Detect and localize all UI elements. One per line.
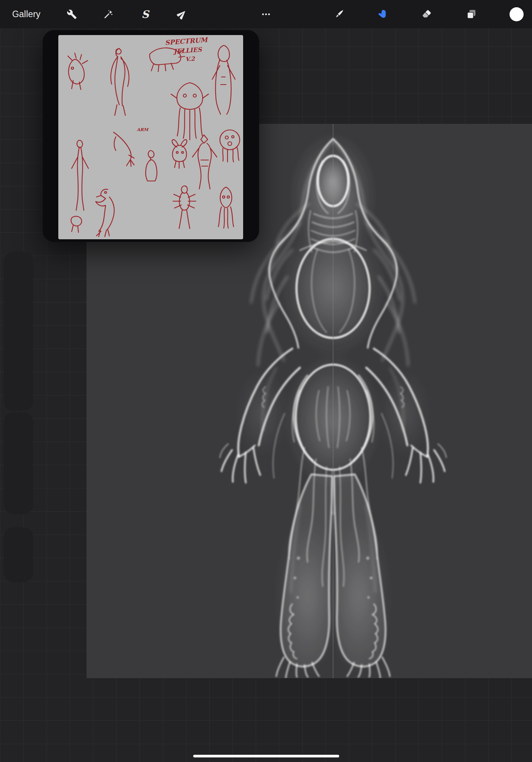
sketch-figure xyxy=(173,186,196,229)
reference-title-line1: SPECTRUM xyxy=(165,36,209,46)
sketch-figure xyxy=(96,189,114,237)
wrench-icon xyxy=(67,9,77,19)
reference-title-line2: JELLIES xyxy=(173,46,202,55)
opacity-slider[interactable] xyxy=(4,412,33,514)
selection-button[interactable]: S xyxy=(136,5,154,23)
sketch-figure xyxy=(212,45,235,114)
eraser-tool-button[interactable] xyxy=(418,5,436,23)
selection-s-icon: S xyxy=(141,9,149,19)
transform-arrow-icon xyxy=(177,9,187,19)
canvas-options-button[interactable] xyxy=(257,5,275,23)
more-dots-icon xyxy=(260,9,272,19)
sketch-figure xyxy=(111,48,129,115)
sketch-figure xyxy=(68,53,88,90)
smudge-icon xyxy=(377,9,388,20)
actions-button[interactable] xyxy=(62,5,81,23)
sketch-figure xyxy=(114,132,134,166)
layers-icon xyxy=(466,9,477,19)
arm-annotation: ARM xyxy=(136,127,149,132)
sketch-figure xyxy=(172,140,187,168)
sketch-figure xyxy=(220,130,240,162)
layers-button[interactable] xyxy=(462,5,481,23)
transform-button[interactable] xyxy=(173,5,191,23)
reference-sketches: SPECTRUM JELLIES V.2 ARM xyxy=(58,35,243,239)
color-button[interactable] xyxy=(507,5,526,23)
adjustments-button[interactable] xyxy=(99,5,117,23)
reference-image: SPECTRUM JELLIES V.2 ARM xyxy=(58,35,243,239)
sketch-figure xyxy=(192,135,217,189)
sketch-figure xyxy=(72,140,88,210)
reference-labels: SPECTRUM JELLIES V.2 ARM xyxy=(136,36,209,132)
sketch-figure xyxy=(171,83,208,140)
smudge-tool-button[interactable] xyxy=(373,5,391,23)
undo-redo-group xyxy=(4,527,33,582)
sketch-figure xyxy=(71,216,82,232)
home-indicator[interactable] xyxy=(193,755,339,757)
active-color-swatch xyxy=(510,7,524,21)
magic-wand-icon xyxy=(103,9,114,19)
eraser-icon xyxy=(421,9,432,19)
sketch-figure xyxy=(146,150,157,181)
gallery-button[interactable]: Gallery xyxy=(12,0,40,28)
top-toolbar: Gallery S xyxy=(0,0,532,28)
brush-tool-button[interactable] xyxy=(330,5,348,23)
brush-icon xyxy=(334,9,345,19)
reference-title-line3: V.2 xyxy=(185,55,195,63)
reference-companion-window[interactable]: SPECTRUM JELLIES V.2 ARM xyxy=(43,30,259,242)
workspace-background: SPECTRUM JELLIES V.2 ARM xyxy=(0,0,532,762)
sketch-figure xyxy=(218,187,234,228)
brush-size-slider[interactable] xyxy=(4,252,33,411)
